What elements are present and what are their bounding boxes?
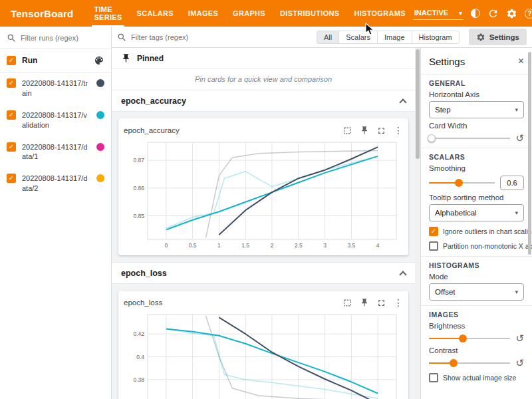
chevron-down-icon: ▾: [515, 106, 518, 113]
horizontal-axis-value: Step: [435, 106, 451, 114]
more-options-icon[interactable]: ⋮: [394, 126, 403, 135]
tab-scalars[interactable]: SCALARS: [130, 0, 181, 27]
card-width-slider[interactable]: [429, 134, 510, 143]
fullscreen-icon[interactable]: [376, 126, 386, 136]
smoothing-slider[interactable]: [429, 178, 495, 188]
chip-image[interactable]: Image: [377, 31, 412, 44]
settings-gear-icon[interactable]: [506, 8, 517, 19]
run-checkbox[interactable]: ✓: [7, 142, 16, 152]
ignore-outliers-row: ✓ Ignore outliers in chart scaling: [429, 227, 524, 236]
smoothing-value-input[interactable]: 0.6: [500, 176, 524, 190]
section-body: epoch_loss ⋮ 00.511.522.533.540.360.380.…: [112, 284, 415, 399]
epoch-accuracy-line-chart[interactable]: 00.511.522.533.540.850.860.87: [124, 138, 403, 251]
search-icon: [117, 33, 126, 42]
images-heading: IMAGES: [429, 311, 524, 319]
reset-icon[interactable]: ↺: [515, 133, 524, 143]
svg-text:0.86: 0.86: [133, 185, 144, 192]
partition-x-axis-row: Partition non-monotonic X axis i: [429, 241, 524, 251]
tab-time-series[interactable]: TIME SERIES: [86, 0, 129, 27]
run-checkbox[interactable]: ✓: [7, 110, 16, 120]
epoch-loss-line-chart[interactable]: 00.511.522.533.540.360.380.40.42: [124, 311, 403, 399]
histograms-heading: HISTOGRAMS: [429, 261, 524, 269]
slider-thumb[interactable]: [459, 334, 467, 342]
partition-x-axis-label: Partition non-monotonic X axis: [443, 242, 532, 250]
tooltip-sorting-select[interactable]: Alphabetical ▾: [429, 204, 524, 221]
filter-tags-input[interactable]: [131, 33, 237, 41]
svg-text:3: 3: [323, 242, 327, 249]
run-color-dot[interactable]: [96, 174, 104, 182]
tab-graphs[interactable]: GRAPHS: [225, 0, 273, 27]
chip-all[interactable]: All: [317, 31, 339, 44]
scalars-heading: SCALARS: [429, 153, 524, 161]
scalar-card-epoch-loss: epoch_loss ⋮ 00.511.522.533.540.360.380.…: [118, 291, 408, 399]
brightness-slider[interactable]: [429, 334, 510, 343]
reset-icon[interactable]: ↺: [515, 333, 524, 343]
svg-text:1: 1: [217, 242, 221, 249]
show-actual-size-checkbox[interactable]: [429, 373, 438, 382]
run-row: ✓ 20220808-141317/data/1: [0, 136, 111, 168]
show-actual-size-row: Show actual image size: [429, 373, 524, 382]
chip-scalars[interactable]: Scalars: [338, 31, 378, 44]
histogram-mode-select[interactable]: Offset ▾: [429, 283, 524, 301]
svg-text:4: 4: [376, 242, 380, 249]
scrollbar-thumb[interactable]: [416, 49, 420, 159]
horizontal-axis-select[interactable]: Step ▾: [429, 101, 524, 118]
settings-button-label: Settings: [489, 33, 519, 41]
section-header-epoch-accuracy[interactable]: epoch_accuracy: [112, 90, 415, 112]
smoothing-label: Smoothing: [429, 164, 524, 172]
tab-distributions[interactable]: DISTRIBUTIONS: [273, 0, 346, 27]
run-color-dot[interactable]: [96, 143, 104, 151]
settings-button[interactable]: Settings: [469, 29, 527, 45]
svg-text:0.85: 0.85: [133, 213, 144, 219]
partition-x-axis-checkbox[interactable]: [429, 241, 438, 251]
palette-icon[interactable]: [94, 55, 104, 66]
pin-card-icon[interactable]: [360, 298, 369, 307]
center-area: All Scalars Image Histogram Settings Pin…: [112, 27, 532, 399]
card-width-label: Card Width: [429, 122, 524, 130]
status-label: INACTIVE: [414, 9, 448, 17]
run-checkbox[interactable]: ✓: [7, 174, 16, 183]
filter-tags-box: [117, 33, 312, 42]
zoom-selection-icon[interactable]: [342, 298, 352, 308]
select-all-runs-checkbox[interactable]: ✓: [7, 56, 16, 65]
slider-thumb[interactable]: [428, 134, 436, 142]
contrast-slider[interactable]: [429, 358, 510, 368]
card-actions: ⋮: [342, 298, 403, 308]
main-scrollbar[interactable]: [415, 48, 420, 399]
zoom-selection-icon[interactable]: [342, 126, 352, 136]
chevron-down-icon: ▾: [459, 9, 462, 17]
tab-images[interactable]: IMAGES: [181, 0, 225, 27]
card-title: epoch_accuracy: [124, 126, 180, 134]
settings-scrollbar-thumb[interactable]: [528, 52, 531, 255]
help-icon[interactable]: ?: [525, 9, 532, 19]
run-color-dot[interactable]: [96, 79, 104, 87]
contrast-toggle-icon[interactable]: [471, 9, 480, 18]
fullscreen-icon[interactable]: [376, 298, 386, 308]
run-checkbox[interactable]: ✓: [7, 78, 16, 88]
tooltip-sorting-value: Alphabetical: [435, 209, 477, 217]
chip-histogram[interactable]: Histogram: [412, 31, 460, 44]
more-options-icon[interactable]: ⋮: [394, 298, 403, 307]
chevron-down-icon: ▾: [515, 289, 518, 295]
histogram-mode-label: Mode: [429, 273, 524, 281]
slider-thumb[interactable]: [455, 179, 463, 187]
run-color-dot[interactable]: [96, 111, 104, 119]
chevron-up-icon: [399, 271, 406, 278]
status-dropdown[interactable]: INACTIVE ▾: [413, 7, 464, 20]
card-header: epoch_accuracy ⋮: [124, 122, 403, 138]
close-icon[interactable]: ×: [518, 56, 524, 66]
filter-runs-input[interactable]: [21, 34, 99, 42]
ignore-outliers-checkbox[interactable]: ✓: [429, 227, 438, 236]
svg-text:0.42: 0.42: [133, 331, 144, 337]
card-header: epoch_loss ⋮: [124, 295, 403, 311]
pin-card-icon[interactable]: [360, 126, 369, 135]
svg-text:0.5: 0.5: [189, 242, 197, 249]
reset-icon[interactable]: ↺: [515, 358, 524, 368]
slider-thumb[interactable]: [450, 359, 458, 367]
tab-histograms[interactable]: HISTOGRAMS: [346, 0, 412, 27]
card-actions: ⋮: [342, 126, 403, 136]
refresh-icon[interactable]: [487, 8, 499, 19]
filter-runs-box: [0, 27, 111, 49]
section-header-epoch-loss[interactable]: epoch_loss: [112, 263, 415, 284]
runs-column-header: Run: [22, 55, 88, 66]
